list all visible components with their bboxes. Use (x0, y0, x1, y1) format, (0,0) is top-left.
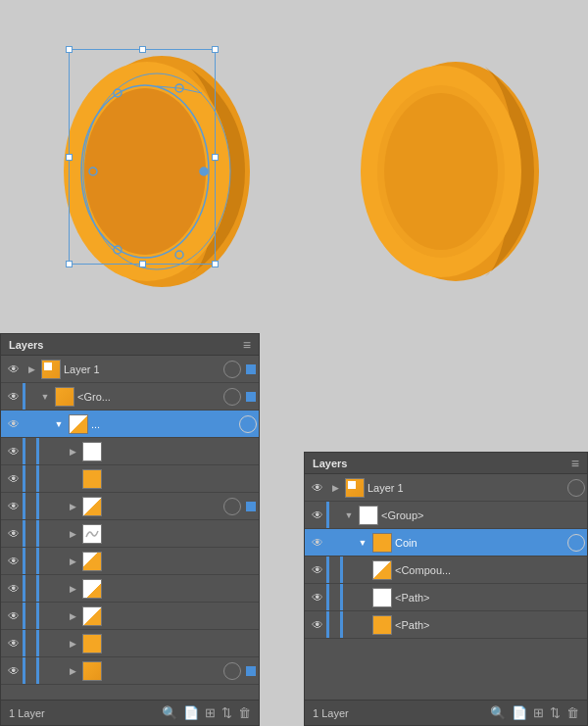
visibility-circle[interactable] (223, 388, 241, 406)
eye-icon[interactable]: 👁 (3, 500, 24, 513)
eye-icon[interactable]: 👁 (3, 555, 24, 568)
eye-icon[interactable]: 👁 (307, 536, 328, 550)
blue-bar (326, 557, 329, 583)
expand-arrow[interactable]: ▼ (38, 392, 52, 402)
expand-arrow[interactable]: ▶ (24, 364, 38, 374)
layer-row[interactable]: 👁 ▶ Layer 1 (305, 474, 587, 502)
layer-thumb (372, 560, 392, 580)
layers-icon[interactable]: ⊞ (533, 705, 544, 720)
expand-arrow[interactable]: ▼ (342, 510, 356, 520)
layer-thumb (82, 469, 102, 489)
layer-row[interactable]: 👁 <Compou... (305, 557, 587, 584)
visibility-circle[interactable] (223, 361, 241, 378)
eye-icon[interactable]: 👁 (3, 582, 24, 596)
expand-arrow[interactable]: ▼ (52, 419, 66, 429)
eye-icon[interactable]: 👁 (3, 417, 24, 431)
visibility-circle[interactable] (567, 479, 585, 497)
visibility-circle[interactable] (239, 415, 257, 433)
layer-row[interactable]: 👁 ▼ <Gro... (1, 383, 259, 411)
coin-right-svg (343, 29, 549, 304)
expand-arrow[interactable]: ▶ (66, 502, 79, 511)
expand-arrow[interactable]: ▶ (66, 611, 79, 621)
layer-row[interactable]: 👁 ▼ <Group> (305, 502, 587, 529)
eye-icon[interactable]: 👁 (3, 527, 24, 541)
blue-bar (326, 529, 329, 556)
visibility-circle[interactable] (223, 662, 241, 680)
layer-row[interactable]: 👁 ▶ Layer 1 (1, 356, 259, 383)
eye-icon[interactable]: 👁 (307, 508, 328, 522)
blue-bar (23, 493, 25, 519)
panel-menu-icon-left[interactable]: ≡ (243, 337, 251, 353)
eye-icon[interactable]: 👁 (3, 609, 24, 623)
handle-mr (212, 154, 219, 161)
eye-icon[interactable]: 👁 (3, 390, 24, 404)
eye-icon[interactable]: 👁 (3, 472, 24, 486)
layer-row[interactable]: 👁 ▶ (1, 657, 259, 685)
blue-bar-2 (36, 438, 39, 464)
blue-bar (23, 383, 25, 410)
eye-icon[interactable]: 👁 (307, 618, 328, 632)
blue-bar-2 (36, 493, 39, 519)
layers-panels: Layers ≡ 👁 ▶ Layer 1 👁 ▼ (0, 333, 588, 726)
footer-icons-right: 🔍 📄 ⊞ ⇅ 🗑 (490, 705, 579, 720)
visibility-circle[interactable] (223, 498, 241, 515)
expand-arrow[interactable]: ▼ (356, 538, 369, 548)
expand-arrow[interactable]: ▶ (66, 447, 79, 457)
eye-icon[interactable]: 👁 (3, 664, 24, 678)
layer-thumb (82, 579, 102, 599)
blue-bar (23, 548, 25, 574)
color-square (246, 364, 256, 374)
layer-row[interactable]: 👁 ▶ (1, 548, 259, 575)
expand-arrow[interactable]: ▶ (66, 529, 79, 539)
blue-bar (23, 630, 25, 656)
handle-tc (139, 46, 146, 53)
search-icon[interactable]: 🔍 (490, 705, 506, 720)
move-icon[interactable]: ⇅ (221, 705, 232, 720)
expand-arrow[interactable]: ▶ (66, 557, 79, 566)
blue-bar (23, 603, 25, 629)
move-icon[interactable]: ⇅ (550, 705, 561, 720)
blue-bar-2 (36, 411, 39, 437)
layer-row[interactable]: 👁 ▶ (1, 520, 259, 548)
delete-icon[interactable]: 🗑 (566, 705, 579, 720)
layer-row[interactable]: 👁 <Path> (305, 611, 587, 639)
handle-bc (139, 261, 146, 267)
eye-icon[interactable]: 👁 (307, 481, 328, 495)
blue-bar-2 (36, 603, 39, 629)
layers-icon[interactable]: ⊞ (205, 705, 216, 720)
eye-icon[interactable]: 👁 (3, 363, 24, 376)
panel-title-right: Layers (313, 458, 347, 469)
expand-arrow[interactable]: ▶ (66, 666, 79, 676)
page-icon[interactable]: 📄 (512, 705, 527, 720)
eye-icon[interactable]: 👁 (3, 445, 24, 459)
expand-arrow[interactable]: ▶ (66, 639, 79, 649)
expand-arrow[interactable]: ▶ (328, 483, 342, 493)
layer-row[interactable]: 👁 ▶ (1, 575, 259, 603)
search-icon[interactable]: 🔍 (162, 705, 177, 720)
layer-row[interactable]: 👁 ▼ Coin (305, 529, 587, 557)
layer-row[interactable]: 👁 ▼ ... (1, 411, 259, 438)
layers-list-right[interactable]: 👁 ▶ Layer 1 👁 ▼ <Group> 👁 (305, 474, 587, 700)
expand-arrow[interactable]: ▶ (66, 584, 79, 594)
eye-icon[interactable]: 👁 (307, 563, 328, 577)
layer-thumb (41, 360, 61, 379)
layer-row[interactable]: 👁 ▶ (1, 630, 259, 657)
layer-row[interactable]: 👁 ▶ (1, 438, 259, 465)
layer-row[interactable]: 👁 ▶ (1, 493, 259, 520)
layer-thumb (82, 524, 102, 544)
blue-bar-2 (36, 657, 39, 684)
blue-bar-2 (36, 548, 39, 574)
panel-header-left: Layers ≡ (1, 334, 259, 356)
delete-icon[interactable]: 🗑 (238, 705, 251, 720)
layer-row[interactable]: 👁 (1, 465, 259, 493)
page-icon[interactable]: 📄 (183, 705, 199, 720)
layer-thumb (372, 533, 392, 553)
layer-row[interactable]: 👁 <Path> (305, 584, 587, 611)
eye-icon[interactable]: 👁 (307, 591, 328, 605)
eye-icon[interactable]: 👁 (3, 637, 24, 651)
visibility-circle[interactable] (567, 534, 585, 552)
panel-menu-icon-right[interactable]: ≡ (571, 456, 579, 471)
layer-name: ... (91, 418, 237, 430)
layer-row[interactable]: 👁 ▶ (1, 603, 259, 630)
layers-list-left[interactable]: 👁 ▶ Layer 1 👁 ▼ <Gro... (1, 356, 259, 700)
